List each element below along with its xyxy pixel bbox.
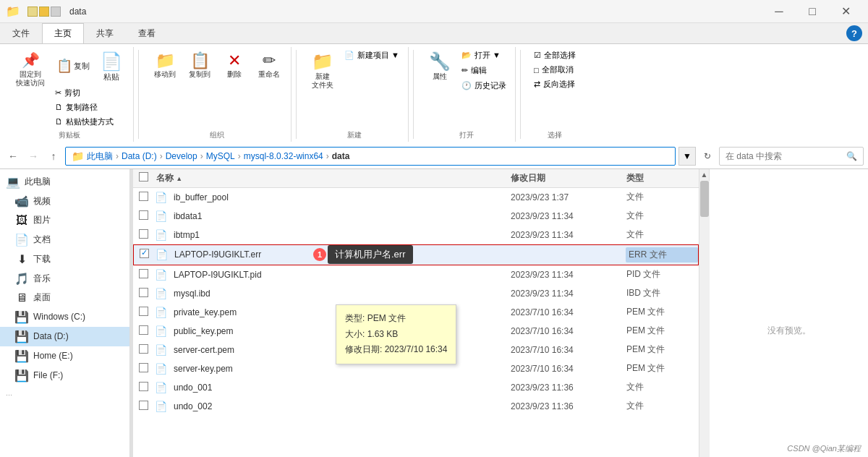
file-checkbox-9[interactable] — [133, 344, 153, 356]
header-check[interactable] — [133, 172, 153, 184]
table-row[interactable]: 📄 ibdata1 2023/9/23 11:34 文件 — [133, 207, 699, 226]
file-type-1: 文件 — [626, 191, 699, 203]
sidebar-item-download[interactable]: ⬇ 下载 — [0, 249, 129, 269]
help-icon[interactable]: ? — [846, 25, 862, 41]
sidebar-item-data-d[interactable]: 💾 Data (D:) — [0, 327, 129, 346]
new-item-button[interactable]: 📄 新建项目 ▼ — [341, 48, 402, 62]
table-row[interactable]: 📄 undo_001 2023/9/23 11:36 文件 — [133, 378, 699, 397]
file-checkbox-1[interactable] — [133, 192, 153, 203]
moveto-button[interactable]: 📁 移动到 — [149, 48, 181, 82]
file-checkbox-6[interactable] — [133, 288, 153, 299]
sidebar-item-thispc[interactable]: 💻 此电脑 — [0, 172, 129, 192]
new-label: 新建 — [347, 129, 362, 140]
sidebar-label-pics: 图片 — [33, 214, 51, 226]
copy-button[interactable]: 📋 复制 — [52, 48, 94, 85]
cut-button[interactable]: ✂ 剪切 — [52, 86, 127, 100]
table-row[interactable]: 📄 undo_002 2023/9/23 11:36 文件 — [133, 397, 699, 416]
up-button[interactable]: ↑ — [45, 148, 62, 165]
properties-button[interactable]: 🔧 属性 — [424, 48, 456, 84]
search-input[interactable] — [726, 151, 843, 161]
sidebar-item-file-f[interactable]: 💾 File (F:) — [0, 366, 129, 385]
sidebar-item-home-e[interactable]: 💾 Home (E:) — [0, 346, 129, 366]
history-button[interactable]: 🕐 历史记录 — [459, 79, 509, 93]
refresh-button[interactable]: ↻ — [699, 148, 716, 165]
deselect-all-button[interactable]: □ 全部取消 — [531, 63, 579, 77]
file-checkbox-4[interactable] — [134, 249, 154, 260]
vscroll-track[interactable] — [699, 181, 710, 457]
address-dropdown[interactable]: ▼ — [678, 147, 696, 166]
open-items: 🔧 属性 📂 打开 ▼ ✏ 编辑 🕐 历史记录 — [424, 48, 509, 129]
properties-icon: 🔧 — [429, 51, 451, 72]
vscroll-container[interactable]: ▲ ▼ — [699, 169, 709, 457]
close-btn[interactable]: ✕ — [829, 0, 862, 23]
sidebar-item-pics[interactable]: 🖼 图片 — [0, 211, 129, 230]
paste-button[interactable]: 📄 粘贴 — [95, 48, 127, 85]
minimize-btn[interactable]: ─ — [762, 0, 796, 23]
tab-home[interactable]: 主页 — [42, 23, 84, 43]
header-date[interactable]: 修改日期 — [511, 172, 626, 184]
header-name[interactable]: 名称 ▲ — [153, 172, 511, 184]
table-row[interactable]: 📄 ib_buffer_pool 2023/9/23 1:37 文件 — [133, 188, 699, 207]
sidebar-item-music[interactable]: 🎵 音乐 — [0, 269, 129, 289]
file-date-11: 2023/9/23 11:36 — [511, 383, 626, 393]
tab-view[interactable]: 查看 — [126, 23, 168, 43]
maximize-btn[interactable]: □ — [796, 0, 829, 23]
invert-select-button[interactable]: ⇄ 反向选择 — [531, 77, 579, 91]
path-mysql[interactable]: MySQL — [206, 151, 235, 161]
rename-button[interactable]: ✏ 重命名 — [253, 48, 285, 82]
file-checkbox-7[interactable] — [133, 307, 153, 318]
search-box[interactable]: 🔍 — [719, 147, 864, 166]
header-checkbox[interactable] — [139, 172, 148, 181]
file-checkbox-12[interactable] — [133, 401, 153, 412]
sidebar-item-windows-c[interactable]: 💾 Windows (C:) — [0, 307, 129, 327]
table-row[interactable]: 📄 mysql.ibd 2023/9/23 11:34 IBD 文件 — [133, 284, 699, 303]
open-button[interactable]: 📂 打开 ▼ — [459, 48, 509, 62]
path-data-d[interactable]: Data (D:) — [122, 151, 157, 161]
file-date-8: 2023/7/10 16:34 — [511, 326, 626, 336]
file-checkbox-11[interactable] — [133, 382, 153, 393]
copy-path-button[interactable]: 🗋 复制路径 — [52, 101, 127, 114]
file-checkbox-3[interactable] — [133, 229, 153, 241]
title-bar: 📁 data ─ □ ✕ — [0, 0, 868, 23]
home-e-icon: 💾 — [14, 349, 29, 363]
path-thispc[interactable]: 此电脑 — [87, 150, 113, 163]
delete-button[interactable]: ✕ 删除 — [218, 48, 250, 82]
edit-button[interactable]: ✏ 编辑 — [459, 64, 509, 77]
back-button[interactable]: ← — [4, 148, 22, 165]
file-checkbox-8[interactable] — [133, 325, 153, 337]
file-checkbox-2[interactable] — [133, 210, 153, 222]
table-row[interactable]: 📄 private_key.pem 2023/7/10 16:34 PEM 文件… — [133, 303, 699, 322]
address-path[interactable]: 📁 此电脑 › Data (D:) › Develop › MySQL › my… — [65, 147, 676, 166]
path-current[interactable]: data — [332, 151, 350, 161]
pin-button[interactable]: 📌 固定到快速访问 — [12, 48, 49, 90]
table-row[interactable]: 📄 LAPTOP-I9UGIKLT.err ERR 文件 1 计算机用户名.er… — [133, 244, 699, 265]
sidebar-item-docs[interactable]: 📄 文档 — [0, 230, 129, 249]
vscroll-up-btn[interactable]: ▲ — [699, 169, 710, 181]
thispc-icon: 💻 — [6, 175, 20, 189]
new-folder-button[interactable]: 📁 新建文件夹 — [307, 48, 339, 93]
file-checkbox-5[interactable] — [133, 269, 153, 281]
paste-shortcut-button[interactable]: 🗋 粘贴快捷方式 — [52, 115, 127, 129]
select-all-button[interactable]: ☑ 全部选择 — [531, 48, 579, 62]
sidebar-item-video[interactable]: 📹 视频 — [0, 192, 129, 211]
tab-file[interactable]: 文件 — [0, 23, 42, 43]
file-name-5: LAPTOP-I9UGIKLT.pid — [171, 270, 511, 280]
ribbon-group-open: 🔧 属性 📂 打开 ▼ ✏ 编辑 🕐 历史记录 打开 — [418, 47, 516, 142]
path-mysql-version[interactable]: mysql-8.0.32-winx64 — [244, 151, 323, 161]
path-sep1: › — [116, 151, 119, 161]
path-develop[interactable]: Develop — [166, 151, 197, 161]
copyto-button[interactable]: 📋 复制到 — [184, 48, 216, 82]
header-type[interactable]: 类型 — [626, 172, 699, 184]
table-row[interactable]: 📄 LAPTOP-I9UGIKLT.pid 2023/9/23 11:34 PI… — [133, 265, 699, 284]
table-row[interactable]: 📄 ibtmp1 2023/9/23 11:34 文件 — [133, 226, 699, 244]
clipboard-label: 剪贴板 — [59, 129, 80, 140]
forward-button[interactable]: → — [25, 148, 42, 165]
ribbon-group-new: 📁 新建文件夹 📄 新建项目 ▼ 新建 — [301, 47, 409, 142]
vscroll-thumb[interactable] — [700, 181, 709, 217]
deselect-icon: □ — [534, 66, 539, 74]
file-checkbox-10[interactable] — [133, 363, 153, 375]
sidebar-item-desktop[interactable]: 🖥 桌面 — [0, 289, 129, 307]
pics-icon: 🖼 — [14, 214, 29, 227]
tab-share[interactable]: 共享 — [84, 23, 126, 43]
file-type-4: ERR 文件 — [626, 247, 698, 262]
